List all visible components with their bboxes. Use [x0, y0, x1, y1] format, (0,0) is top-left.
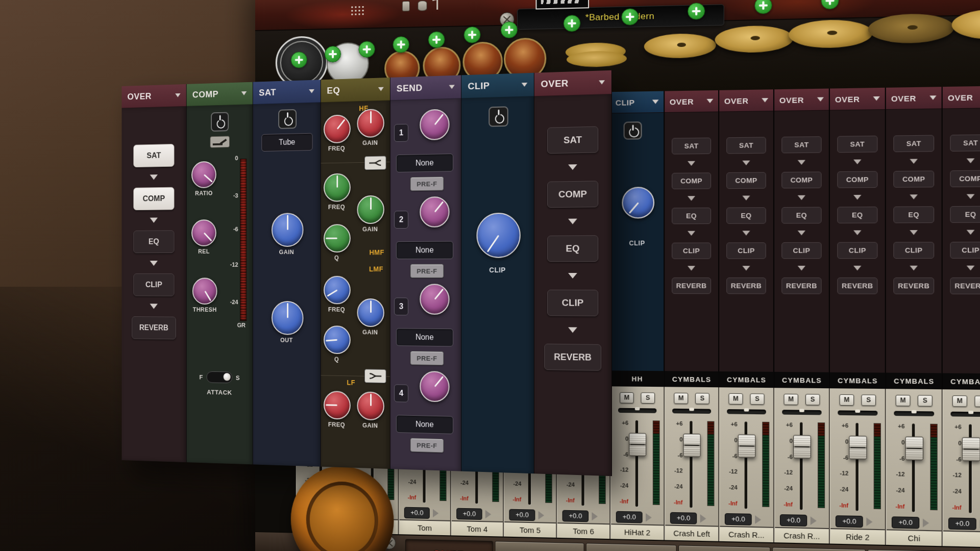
chain-sat-button[interactable]: SAT — [726, 137, 766, 154]
send-slot-number[interactable]: 3 — [394, 297, 408, 315]
send-destination-select[interactable]: None — [396, 154, 453, 172]
ratio-knob[interactable] — [191, 161, 216, 188]
add-drum-button[interactable] — [564, 15, 581, 32]
pan-knob[interactable] — [855, 410, 860, 413]
chevron-down-icon[interactable] — [873, 96, 880, 101]
chain-reverb-button[interactable]: REVERB — [893, 278, 934, 294]
pan-knob[interactable] — [635, 407, 640, 410]
fader-value[interactable]: +0.0 — [892, 516, 919, 529]
send-level-knob[interactable] — [420, 284, 449, 315]
add-drum-button[interactable] — [358, 41, 375, 58]
fader-value[interactable]: +0.0 — [562, 510, 589, 522]
chain-sat-button[interactable]: SAT — [893, 135, 934, 153]
pan-knob[interactable] — [968, 411, 973, 414]
chevron-down-icon[interactable] — [652, 99, 659, 104]
chain-sat-button[interactable]: SAT — [672, 138, 711, 155]
over-panel-header[interactable]: OVER — [121, 84, 186, 108]
chain-comp-button[interactable]: COMP — [133, 187, 174, 211]
send-panel-header[interactable]: SEND — [390, 75, 461, 101]
chain-comp-button[interactable]: COMP — [726, 172, 766, 189]
chain-clip-button[interactable]: CLIP — [893, 242, 934, 259]
pre-fader-button[interactable]: PRE-F — [410, 351, 444, 365]
chain-sat-button[interactable]: SAT — [547, 126, 598, 154]
fader-handle[interactable] — [905, 436, 923, 460]
eq-panel-header[interactable]: EQ — [321, 78, 390, 103]
solo-button[interactable]: S — [861, 394, 876, 406]
drum-hardware-icon[interactable] — [402, 1, 410, 12]
power-icon[interactable] — [211, 112, 229, 131]
advance-icon[interactable] — [700, 514, 706, 523]
lmf-gain-knob[interactable] — [357, 298, 384, 327]
chevron-down-icon[interactable] — [309, 89, 314, 93]
tab-eq[interactable]: EQ — [678, 545, 771, 551]
send-level-knob[interactable] — [420, 109, 449, 140]
fader-value[interactable]: +0.0 — [725, 513, 752, 525]
fx-panel-header[interactable]: OVER — [719, 89, 773, 112]
tab-comp[interactable]: COMP — [586, 543, 677, 551]
fader-value[interactable]: +0.0 — [616, 511, 643, 523]
chain-reverb-button[interactable]: REVERB — [837, 278, 877, 294]
chain-reverb-button[interactable]: REVERB — [726, 278, 766, 294]
sat-mode-select[interactable]: Tube — [261, 133, 312, 152]
chain-clip-button[interactable]: CLIP — [837, 242, 877, 259]
pan-knob[interactable] — [799, 409, 804, 412]
chain-eq-button[interactable]: EQ — [547, 235, 598, 262]
chain-reverb-button[interactable]: REVERB — [950, 278, 980, 294]
pan-slider[interactable] — [943, 409, 980, 419]
solo-button[interactable]: S — [750, 393, 764, 405]
sat-gain-knob[interactable] — [272, 213, 304, 247]
chain-eq-button[interactable]: EQ — [893, 206, 934, 223]
fader-handle[interactable] — [849, 436, 867, 460]
fader-handle[interactable] — [629, 433, 646, 456]
send-destination-select[interactable]: None — [396, 241, 453, 259]
solo-button[interactable]: S — [805, 394, 820, 405]
sat-out-knob[interactable] — [272, 301, 304, 335]
fader-value[interactable]: +0.0 — [780, 514, 807, 526]
attack-toggle[interactable] — [206, 371, 232, 383]
shelf-split-icon[interactable] — [364, 156, 386, 170]
mute-button[interactable]: M — [728, 393, 743, 404]
pan-knob[interactable] — [912, 410, 917, 413]
chain-clip-button[interactable]: CLIP — [133, 273, 174, 296]
chain-comp-button[interactable]: COMP — [893, 170, 934, 187]
pan-slider[interactable] — [665, 407, 718, 417]
chain-eq-button[interactable]: EQ — [726, 207, 766, 224]
tab-reverb[interactable]: REVERB — [868, 549, 963, 551]
fader-handle[interactable] — [683, 434, 700, 457]
add-drum-button[interactable] — [464, 27, 481, 43]
fx-panel-header[interactable]: CLIP — [610, 91, 664, 114]
send-level-knob[interactable] — [420, 371, 449, 402]
shelf-merge-icon[interactable] — [364, 369, 386, 383]
chain-comp-button[interactable]: COMP — [781, 171, 821, 188]
send-slot-number[interactable]: 4 — [394, 384, 408, 402]
mute-button[interactable]: M — [840, 394, 854, 405]
send-slot-number[interactable]: 1 — [394, 124, 408, 142]
chevron-down-icon[interactable] — [929, 95, 936, 100]
solo-button[interactable]: S — [695, 393, 709, 404]
clip-knob[interactable] — [477, 213, 521, 258]
send-level-knob[interactable] — [420, 196, 449, 228]
clip-knob[interactable] — [622, 187, 654, 218]
fx-panel-header[interactable]: OVER — [665, 90, 718, 113]
solo-button[interactable]: S — [974, 395, 980, 407]
mute-button[interactable]: M — [896, 394, 911, 406]
hf-freq-knob[interactable] — [324, 114, 351, 143]
fader-value[interactable]: +0.0 — [509, 509, 535, 521]
lf-gain-knob[interactable] — [357, 391, 384, 420]
cymbal-image[interactable] — [789, 19, 872, 48]
add-drum-button[interactable] — [428, 31, 445, 48]
mute-button[interactable]: M — [674, 392, 688, 404]
pan-slider[interactable] — [611, 406, 664, 416]
chain-comp-button[interactable]: COMP — [547, 181, 598, 208]
fader-value[interactable]: +0.0 — [948, 517, 976, 530]
chain-comp-button[interactable]: COMP — [837, 171, 877, 188]
power-icon[interactable] — [488, 106, 508, 127]
chain-sat-button[interactable]: SAT — [837, 136, 877, 153]
advance-icon[interactable] — [538, 511, 544, 519]
pan-slider[interactable] — [887, 409, 942, 419]
hmf-gain-knob[interactable] — [357, 195, 384, 224]
tab-clip[interactable]: CLIP — [772, 547, 866, 551]
over-panel-header[interactable]: OVER — [534, 70, 611, 96]
lmf-q-knob[interactable] — [324, 325, 351, 354]
advance-icon[interactable] — [485, 510, 491, 518]
